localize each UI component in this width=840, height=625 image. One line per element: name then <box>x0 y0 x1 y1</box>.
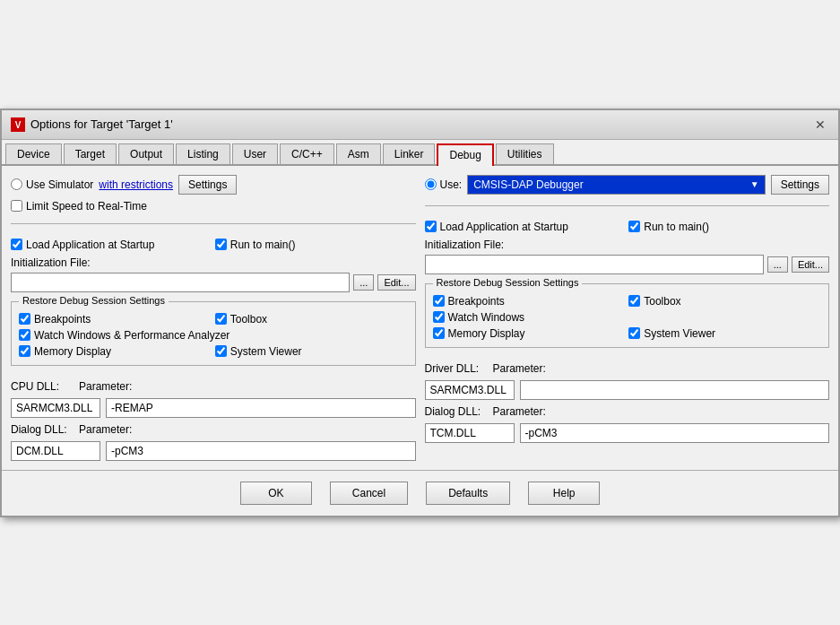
left-cpu-param-input[interactable] <box>106 398 416 418</box>
left-breakpoints-label[interactable]: Breakpoints <box>19 313 212 326</box>
left-watch-windows-label[interactable]: Watch Windows & Performance Analyzer <box>19 329 229 342</box>
tab-utilities[interactable]: Utilities <box>496 143 554 164</box>
left-dialog-param-input[interactable] <box>106 441 416 461</box>
limit-speed-checkbox[interactable] <box>11 200 22 212</box>
defaults-button[interactable]: Defaults <box>426 482 510 505</box>
left-breakpoints-checkbox[interactable] <box>19 313 30 325</box>
tab-debug[interactable]: Debug <box>437 143 493 166</box>
left-toolbox-checkbox[interactable] <box>215 313 227 325</box>
tab-user[interactable]: User <box>232 143 278 164</box>
separator-right <box>425 205 830 206</box>
use-debugger-radio-label[interactable]: Use: <box>425 178 463 191</box>
left-cpu-dll-label: CPU DLL: <box>11 380 74 393</box>
load-run-row: Load Application at Startup Run to main(… <box>11 239 416 251</box>
left-restore-group-title: Restore Debug Session Settings <box>19 295 169 306</box>
left-watch-row: Watch Windows & Performance Analyzer <box>19 329 408 342</box>
use-label: Use: <box>440 178 463 191</box>
left-system-checkbox[interactable] <box>215 345 227 357</box>
left-dialog-dll-input[interactable] <box>11 441 100 461</box>
left-init-file-row: ... Edit... <box>11 273 416 292</box>
right-init-file-input[interactable] <box>425 255 764 274</box>
right-panel: Use: CMSIS-DAP Debugger ▼ Settings Load … <box>425 175 830 461</box>
right-init-file-label: Initialization File: <box>425 239 830 251</box>
use-simulator-radio-label[interactable]: Use Simulator <box>11 178 93 191</box>
limit-speed-label[interactable]: Limit Speed to Real-Time <box>11 200 147 213</box>
tab-device[interactable]: Device <box>5 143 62 164</box>
right-run-to-main-label[interactable]: Run to main() <box>628 221 829 233</box>
tab-target[interactable]: Target <box>64 143 117 164</box>
right-dialog-dll-input[interactable] <box>425 423 515 443</box>
right-load-run-row: Load Application at Startup Run to main(… <box>425 221 830 233</box>
right-restore-group-title: Restore Debug Session Settings <box>433 277 583 288</box>
right-driver-dll-row: Driver DLL: Parameter: <box>425 362 830 375</box>
use-debugger-row: Use: CMSIS-DAP Debugger ▼ Settings <box>425 175 830 195</box>
tab-output[interactable]: Output <box>118 143 174 164</box>
use-simulator-radio[interactable] <box>11 178 22 190</box>
right-driver-dll-input[interactable] <box>425 380 515 400</box>
bottom-buttons: OK Cancel Defaults Help <box>2 470 838 516</box>
right-toolbox-checkbox[interactable] <box>628 295 640 307</box>
left-cpu-dll-input[interactable] <box>11 398 100 418</box>
left-edit-button[interactable]: Edit... <box>377 274 415 291</box>
window-title: Options for Target 'Target 1' <box>30 117 173 131</box>
separator-left <box>11 223 416 224</box>
left-dialog-dll-inputs <box>11 441 416 461</box>
left-run-to-main-label[interactable]: Run to main() <box>215 239 416 251</box>
right-browse-button[interactable]: ... <box>767 256 788 273</box>
right-system-checkbox[interactable] <box>628 327 640 339</box>
left-cpu-dll-row: CPU DLL: Parameter: <box>11 380 416 393</box>
use-debugger-radio[interactable] <box>425 178 437 190</box>
tab-bar: Device Target Output Listing User C/C++ … <box>2 140 838 166</box>
left-watch-checkbox[interactable] <box>19 329 30 341</box>
right-system-viewer-label[interactable]: System Viewer <box>628 327 821 340</box>
left-system-viewer-label[interactable]: System Viewer <box>215 345 408 358</box>
right-watch-windows-label[interactable]: Watch Windows <box>433 311 525 324</box>
right-dialog-dll-row: Dialog DLL: Parameter: <box>425 405 830 418</box>
tab-listing[interactable]: Listing <box>176 143 230 164</box>
right-settings-button[interactable]: Settings <box>771 175 829 195</box>
close-button[interactable]: ✕ <box>811 116 829 134</box>
right-memory-checkbox[interactable] <box>433 327 445 339</box>
right-init-file-section: Initialization File: ... Edit... <box>425 239 830 274</box>
right-driver-param-input[interactable] <box>520 380 830 400</box>
right-dialog-param-label: Parameter: <box>493 405 556 418</box>
cancel-button[interactable]: Cancel <box>330 482 408 505</box>
left-settings-button[interactable]: Settings <box>178 175 237 195</box>
left-load-app-checkbox[interactable] <box>11 239 22 250</box>
ok-button[interactable]: OK <box>240 482 312 505</box>
right-dialog-dll-label: Dialog DLL: <box>425 405 488 418</box>
right-edit-button[interactable]: Edit... <box>792 256 829 273</box>
right-load-app-checkbox[interactable] <box>425 221 437 232</box>
tab-linker[interactable]: Linker <box>383 143 436 164</box>
debugger-dropdown[interactable]: CMSIS-DAP Debugger ▼ <box>467 175 765 195</box>
left-init-file-input[interactable] <box>11 273 350 292</box>
tab-cpp[interactable]: C/C++ <box>280 143 334 164</box>
panels: Use Simulator with restrictions Settings… <box>11 175 829 461</box>
right-load-app-label[interactable]: Load Application at Startup <box>425 221 626 233</box>
left-browse-button[interactable]: ... <box>353 274 374 291</box>
right-dialog-param-input[interactable] <box>520 423 830 443</box>
left-run-to-main-checkbox[interactable] <box>215 239 227 250</box>
with-restrictions-link[interactable]: with restrictions <box>99 178 173 191</box>
left-toolbox-label[interactable]: Toolbox <box>215 313 408 326</box>
limit-speed-row: Limit Speed to Real-Time <box>11 200 416 213</box>
help-button[interactable]: Help <box>528 482 600 505</box>
tab-asm[interactable]: Asm <box>336 143 381 164</box>
left-panel: Use Simulator with restrictions Settings… <box>11 175 416 461</box>
right-breakpoints-checkbox[interactable] <box>433 295 445 307</box>
left-dialog-param-label: Parameter: <box>79 423 142 436</box>
right-memory-display-label[interactable]: Memory Display <box>433 327 626 340</box>
title-bar: V Options for Target 'Target 1' ✕ <box>2 110 838 140</box>
left-load-app-label[interactable]: Load Application at Startup <box>11 239 212 251</box>
main-window: V Options for Target 'Target 1' ✕ Device… <box>0 109 840 517</box>
right-watch-checkbox[interactable] <box>433 311 445 323</box>
right-run-to-main-checkbox[interactable] <box>628 221 640 232</box>
left-restore-group: Restore Debug Session Settings Breakpoin… <box>11 301 416 366</box>
right-toolbox-label[interactable]: Toolbox <box>628 295 821 308</box>
svg-text:V: V <box>15 120 22 130</box>
left-memory-checkbox[interactable] <box>19 345 30 357</box>
app-icon: V <box>11 117 25 132</box>
right-breakpoints-toolbox-row: Breakpoints Toolbox <box>433 295 822 308</box>
right-breakpoints-label[interactable]: Breakpoints <box>433 295 626 308</box>
left-memory-display-label[interactable]: Memory Display <box>19 345 212 358</box>
